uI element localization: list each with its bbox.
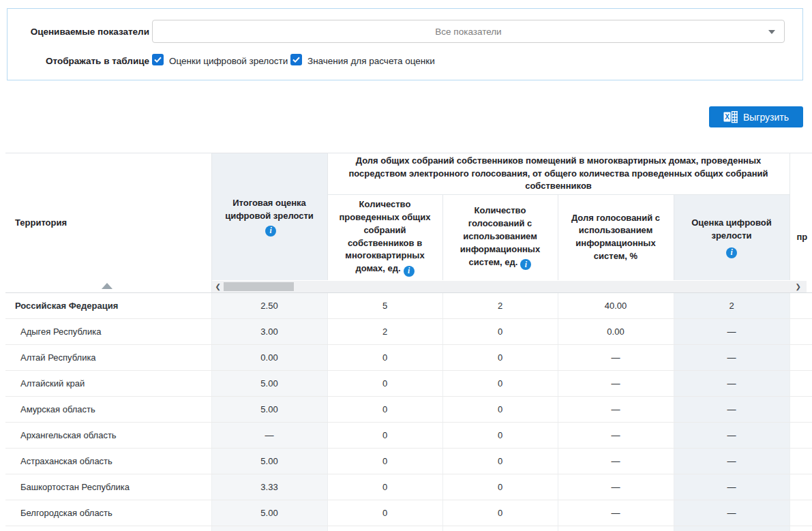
maturity-score-cell: — bbox=[674, 423, 790, 449]
total-score-cell: 5.00 bbox=[211, 397, 327, 423]
table-row: Алтайский край 5.00 0 0 — — bbox=[5, 371, 812, 397]
checkbox-maturity-scores-label[interactable]: Оценки цифровой зрелости bbox=[169, 56, 288, 66]
votes-share-cell: — bbox=[558, 474, 674, 500]
filter-panel: Оцениваемые показатели Все показатели От… bbox=[7, 8, 803, 80]
meetings-count-cell: 0 bbox=[327, 397, 442, 423]
meetings-count-cell: 0 bbox=[327, 474, 442, 500]
svg-text:X: X bbox=[725, 113, 730, 121]
votes-count-cell: 0 bbox=[442, 449, 558, 474]
group-column-header: Доля общих собраний собственников помеще… bbox=[327, 153, 790, 195]
checkbox-calc-values-label[interactable]: Значения для расчета оценки bbox=[307, 56, 435, 66]
partial-cell bbox=[790, 397, 812, 423]
table-row-partial bbox=[5, 526, 812, 531]
total-score-cell: — bbox=[211, 423, 327, 449]
scrollbar-thumb[interactable] bbox=[224, 282, 294, 291]
partial-cell bbox=[790, 371, 812, 397]
chevron-down-icon bbox=[768, 30, 775, 34]
votes-count-cell: 0 bbox=[442, 423, 558, 449]
meetings-count-cell: 0 bbox=[327, 423, 442, 449]
checkbox-calc-values[interactable] bbox=[290, 54, 302, 65]
votes-share-cell: — bbox=[558, 371, 674, 397]
maturity-score-cell: — bbox=[674, 319, 790, 345]
total-score-cell: 3.33 bbox=[211, 474, 327, 500]
sort-asc-icon[interactable] bbox=[102, 283, 112, 289]
meetings-count-header-label: Количество проведенных общих собраний со… bbox=[339, 199, 430, 273]
territory-header-label: Территория bbox=[15, 217, 67, 228]
maturity-score-cell: — bbox=[674, 500, 790, 526]
votes-share-cell: 40.00 bbox=[558, 293, 674, 319]
maturity-score-cell: — bbox=[674, 397, 790, 423]
votes-count-cell: 0 bbox=[442, 319, 558, 345]
checkmark-icon bbox=[154, 57, 162, 63]
votes-share-column-header: Доля голосований с использованием информ… bbox=[558, 195, 674, 280]
votes-count-column-header: Количество голосований с использованием … bbox=[442, 195, 558, 280]
info-icon[interactable]: i bbox=[726, 247, 737, 258]
table-row: Российская Федерация 2.50 5 2 40.00 2 bbox=[5, 293, 812, 319]
table-row: Алтай Республика 0.00 0 0 — — bbox=[5, 345, 812, 371]
territory-cell: Российская Федерация bbox=[5, 293, 211, 319]
territory-cell: Алтай Республика bbox=[5, 345, 211, 371]
total-score-column-header: Итоговая оценка цифровой зрелостиi bbox=[211, 153, 327, 280]
export-button-label: Выгрузить bbox=[743, 112, 789, 123]
total-score-header-label: Итоговая оценка цифровой зрелости bbox=[225, 198, 314, 221]
partial-cell bbox=[790, 500, 812, 526]
table-row: Башкортостан Республика 3.33 0 0 — — bbox=[5, 474, 812, 500]
total-score-cell: 0.00 bbox=[211, 345, 327, 371]
export-button[interactable]: X Выгрузить bbox=[709, 106, 803, 127]
maturity-score-header-label: Оценка цифровой зрелости bbox=[691, 217, 772, 241]
partial-cell bbox=[790, 423, 812, 449]
table-row: Адыгея Республика 3.00 2 0 0.00 — bbox=[5, 319, 812, 345]
partial-cell bbox=[790, 474, 812, 500]
territory-column-header: Территория bbox=[5, 153, 211, 293]
partial-cell bbox=[790, 319, 812, 345]
meetings-count-cell: 0 bbox=[327, 371, 442, 397]
votes-share-cell: — bbox=[558, 397, 674, 423]
meetings-count-cell: 2 bbox=[327, 319, 442, 345]
votes-count-cell: 0 bbox=[442, 345, 558, 371]
checkbox-maturity-scores[interactable] bbox=[152, 54, 164, 65]
territory-cell: Белгородская область bbox=[5, 500, 211, 526]
scroll-right-icon[interactable]: ❯ bbox=[796, 282, 801, 292]
meetings-count-column-header: Количество проведенных общих собраний со… bbox=[327, 195, 442, 280]
info-icon[interactable]: i bbox=[520, 259, 531, 270]
maturity-score-cell: — bbox=[674, 474, 790, 500]
info-icon[interactable]: i bbox=[265, 226, 276, 237]
horizontal-scrollbar[interactable]: ❮ ❯ bbox=[212, 281, 807, 292]
maturity-table: Территория Итоговая оценка цифровой зрел… bbox=[5, 153, 812, 531]
territory-cell: Адыгея Республика bbox=[5, 319, 211, 345]
total-score-cell: 3.00 bbox=[211, 319, 327, 345]
partial-cell bbox=[790, 293, 812, 319]
total-score-cell: 5.00 bbox=[211, 449, 327, 474]
votes-count-header-label: Количество голосований с использованием … bbox=[460, 205, 540, 267]
info-icon[interactable]: i bbox=[404, 266, 415, 277]
table-row: Белгородская область 5.00 0 0 — — bbox=[5, 500, 812, 526]
next-column-header-partial: пр bbox=[790, 195, 812, 280]
votes-share-cell: — bbox=[558, 500, 674, 526]
votes-share-cell: — bbox=[558, 345, 674, 371]
maturity-score-cell: 2 bbox=[674, 293, 790, 319]
meetings-count-cell: 5 bbox=[327, 293, 442, 319]
scroll-left-icon[interactable]: ❮ bbox=[215, 282, 221, 292]
partial-cell bbox=[790, 449, 812, 474]
votes-count-cell: 0 bbox=[442, 371, 558, 397]
next-group-header-partial bbox=[790, 153, 812, 195]
total-score-cell: 2.50 bbox=[211, 293, 327, 319]
indicator-select[interactable]: Все показатели bbox=[152, 20, 785, 43]
table-row: Архангельская область — 0 0 — — bbox=[5, 423, 812, 449]
maturity-score-cell: — bbox=[674, 345, 790, 371]
votes-count-cell: 0 bbox=[442, 474, 558, 500]
votes-count-cell: 2 bbox=[442, 293, 558, 319]
votes-count-cell: 0 bbox=[442, 397, 558, 423]
horizontal-scrollbar-row: ❮ ❯ bbox=[211, 280, 812, 293]
meetings-count-cell: 0 bbox=[327, 345, 442, 371]
territory-cell: Башкортостан Республика bbox=[5, 474, 211, 500]
maturity-score-cell: — bbox=[674, 449, 790, 474]
meetings-count-cell: 0 bbox=[327, 500, 442, 526]
maturity-score-column-header: Оценка цифровой зрелости i bbox=[674, 195, 790, 280]
votes-count-cell: 0 bbox=[442, 500, 558, 526]
meetings-count-cell: 0 bbox=[327, 449, 442, 474]
votes-share-header-label: Доля голосований с использованием информ… bbox=[571, 213, 660, 262]
excel-icon: X bbox=[723, 110, 738, 123]
votes-share-cell: — bbox=[558, 449, 674, 474]
territory-cell: Алтайский край bbox=[5, 371, 211, 397]
